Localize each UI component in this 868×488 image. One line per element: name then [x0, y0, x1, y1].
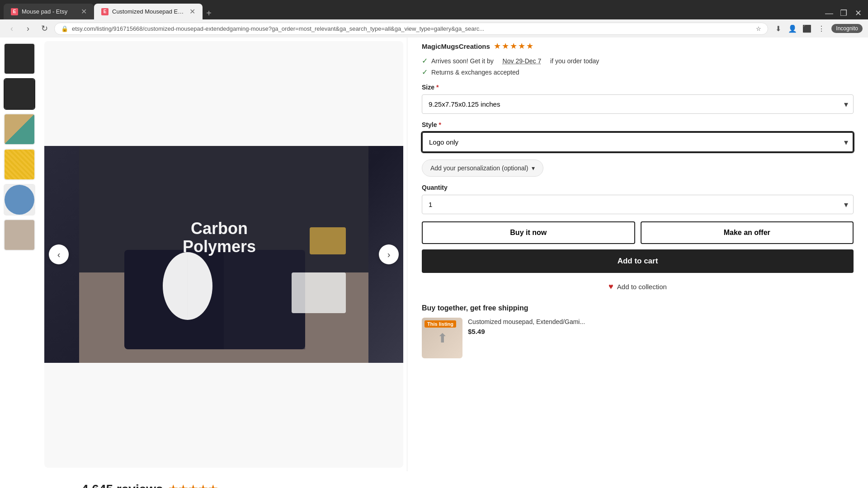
svg-rect-7	[310, 227, 346, 254]
address-bar[interactable]: 🔒 etsy.com/listing/916715668/customized-…	[54, 23, 768, 35]
make-offer-button[interactable]: Make an offer	[641, 221, 854, 244]
quantity-select-wrapper: 1 2 3 ▾	[422, 195, 854, 214]
shop-stars: ★ ★ ★ ★ ★	[494, 41, 533, 51]
delivery-date-row: ✓ Arrives soon! Get it by Nov 29-Dec 7 i…	[422, 56, 854, 65]
shop-name[interactable]: MagicMugsCreations	[422, 42, 490, 50]
thumbnail-4[interactable]	[4, 184, 35, 216]
maximize-button[interactable]: ❐	[837, 7, 850, 19]
add-to-cart-button[interactable]: Add to cart	[422, 249, 854, 273]
main-product-image: Carbon Polymers	[44, 146, 403, 363]
thumbnail-2[interactable]	[4, 113, 35, 145]
heart-icon: ♥	[609, 282, 613, 291]
buy-together-title: Buy together, get free shipping	[422, 304, 854, 312]
style-label: Style *	[422, 121, 854, 128]
tab-1-title: Mouse pad - Etsy	[22, 8, 77, 15]
tab-1-close[interactable]: ✕	[81, 7, 87, 16]
page: ‹	[0, 38, 868, 471]
check-icon-2: ✓	[422, 68, 428, 76]
quantity-select[interactable]: 1 2 3	[422, 195, 854, 214]
product-image-svg: Carbon Polymers	[44, 146, 403, 363]
star-4: ★	[518, 41, 525, 51]
close-window-button[interactable]: ✕	[852, 7, 864, 19]
tab-2[interactable]: E Customized Mousepad Extende... ✕	[94, 4, 203, 19]
this-listing-badge: This listing	[425, 320, 456, 328]
image-nav-right[interactable]: ›	[379, 244, 399, 264]
r-star-1: ★	[169, 483, 178, 488]
tab-1[interactable]: E Mouse pad - Etsy ✕	[4, 4, 94, 19]
tab-bar: E Mouse pad - Etsy ✕ E Customized Mousep…	[0, 0, 868, 19]
returns-row: ✓ Returns & exchanges accepted	[422, 68, 854, 76]
left-panel: ‹	[0, 38, 407, 471]
bundle-item: ⬆ This listing Customized mousepad, Exte…	[422, 318, 854, 358]
quantity-label: Quantity	[422, 184, 854, 191]
reload-button[interactable]: ↻	[38, 22, 51, 35]
profile-icon[interactable]: 👤	[786, 22, 799, 35]
toolbar-icons: ⬇ 👤 ⬛ ⋮	[772, 22, 828, 35]
bundle-product-name: Customized mousepad, Extended/Gami...	[468, 318, 854, 326]
r-star-3: ★	[189, 483, 198, 488]
size-required: *	[436, 84, 439, 91]
style-select-wrapper: Logo only ▾	[422, 132, 854, 152]
bundle-price: $5.49	[468, 328, 854, 335]
size-select[interactable]: 9.25x7.75x0.125 inches	[422, 94, 854, 114]
back-button[interactable]: ‹	[5, 22, 18, 35]
returns-label: Returns & exchanges accepted	[431, 69, 519, 76]
r-star-5: ★	[208, 483, 217, 488]
thumbnail-1[interactable]	[4, 78, 35, 110]
size-label: Size *	[422, 84, 854, 91]
reviews-outer: 4,645 reviews ★ ★ ★ ★ ★ Reviews for this…	[0, 471, 868, 488]
svg-text:Carbon: Carbon	[191, 219, 248, 238]
arrives-text: Arrives soon! Get it by	[431, 57, 494, 65]
add-collection-label: Add to collection	[617, 283, 667, 291]
quantity-section: Quantity 1 2 3 ▾	[422, 184, 854, 214]
star-2: ★	[502, 41, 509, 51]
style-select[interactable]: Logo only	[422, 132, 854, 152]
incognito-badge: Incognito	[831, 24, 863, 33]
upload-icon: ⬆	[437, 331, 448, 346]
bundle-info: Customized mousepad, Extended/Gami... $5…	[468, 318, 854, 335]
r-star-2: ★	[179, 483, 188, 488]
svg-rect-6	[292, 272, 346, 313]
tab-2-title: Customized Mousepad Extende...	[112, 8, 186, 15]
shop-info: MagicMugsCreations ★ ★ ★ ★ ★	[422, 38, 854, 51]
star-5: ★	[526, 41, 533, 51]
personalization-label: Add your personalization (optional)	[430, 164, 528, 172]
buy-now-button[interactable]: Buy it now	[422, 221, 635, 244]
add-to-collection-button[interactable]: ♥ Add to collection	[422, 278, 854, 295]
minimize-button[interactable]: —	[823, 7, 835, 19]
tab-2-favicon: E	[101, 8, 108, 15]
thumbnail-3[interactable]	[4, 149, 35, 180]
lock-icon: 🔒	[61, 25, 68, 32]
personalization-button[interactable]: Add your personalization (optional) ▾	[422, 160, 543, 177]
browser-toolbar: ‹ › ↻ 🔒 etsy.com/listing/916715668/custo…	[0, 19, 868, 38]
tab-1-favicon: E	[11, 8, 18, 15]
window-controls: — ❐ ✕	[823, 7, 864, 19]
r-star-4: ★	[198, 483, 208, 488]
tab-2-close[interactable]: ✕	[189, 7, 195, 16]
downloads-icon[interactable]: ⬇	[772, 22, 784, 35]
reviews-count: 4,645 reviews ★ ★ ★ ★ ★	[81, 482, 787, 488]
thumbnail-rail	[0, 38, 41, 471]
new-tab-button[interactable]: +	[203, 7, 215, 19]
action-buttons-row: Buy it now Make an offer	[422, 221, 854, 244]
star-3: ★	[510, 41, 517, 51]
delivery-suffix: if you order today	[550, 57, 599, 65]
right-panel: MagicMugsCreations ★ ★ ★ ★ ★ ✓ Arrives s…	[407, 38, 868, 471]
star-bookmark-icon[interactable]: ☆	[756, 25, 761, 32]
extensions-icon[interactable]: ⬛	[801, 22, 813, 35]
thumbnail-5[interactable]	[4, 219, 35, 251]
forward-button[interactable]: ›	[22, 22, 34, 35]
thumbnail-0[interactable]	[4, 43, 35, 75]
menu-icon[interactable]: ⋮	[815, 22, 828, 35]
delivery-info: ✓ Arrives soon! Get it by Nov 29-Dec 7 i…	[422, 56, 854, 76]
delivery-date: Nov 29-Dec 7	[503, 57, 542, 65]
svg-text:Polymers: Polymers	[183, 237, 256, 256]
style-required: *	[439, 121, 441, 128]
review-summary-stars: ★ ★ ★ ★ ★	[169, 483, 217, 488]
image-nav-left[interactable]: ‹	[49, 244, 69, 264]
main-image-container: ‹	[44, 41, 403, 468]
buy-together-section: Buy together, get free shipping ⬆ This l…	[422, 304, 854, 358]
size-select-wrapper: 9.25x7.75x0.125 inches ▾	[422, 94, 854, 114]
bundle-thumbnail[interactable]: ⬆ This listing	[422, 318, 462, 358]
star-1: ★	[494, 41, 501, 51]
